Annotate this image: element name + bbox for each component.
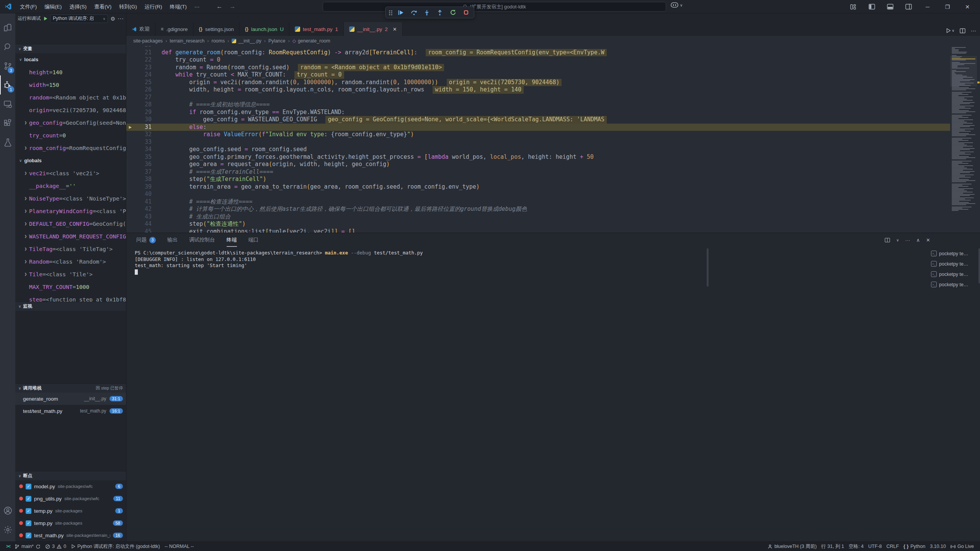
split-terminal-icon[interactable]	[885, 238, 890, 243]
line-number[interactable]: 35	[134, 153, 152, 161]
panel-tab-端口[interactable]: 端口	[248, 233, 259, 247]
activity-remote-explorer-icon[interactable]	[0, 95, 15, 114]
menu-item-查看V[interactable]: 查看(V)	[90, 0, 115, 13]
status-language-mode[interactable]: { }Python	[901, 542, 928, 551]
variable-row[interactable]: try_count = 0	[15, 129, 126, 142]
split-editor-icon[interactable]	[960, 28, 965, 34]
breadcrumb-item[interactable]: terrain_research	[170, 38, 204, 44]
line-number[interactable]: 29	[134, 109, 152, 116]
breadcrumb-item[interactable]: ◇generate_room	[292, 38, 330, 44]
run-python-file-button[interactable]: ∨	[946, 28, 954, 33]
code-line[interactable]: 42 # 计算每一个出口的中心，然后使用astar生成路径，确保每一个出口组合都…	[126, 205, 980, 213]
code-editor[interactable]: 2021def generate_room(room_config: RoomR…	[126, 46, 980, 233]
debug-configuration-select[interactable]: Python 调试程序: 启 ∨	[50, 15, 108, 23]
panel-tab-终端[interactable]: 终端	[227, 233, 237, 247]
tab-__init__.py[interactable]: __init__.py2✕	[344, 22, 403, 36]
line-number[interactable]: 27	[134, 94, 152, 101]
line-number[interactable]: 24	[134, 71, 152, 79]
breakpoint-row[interactable]: ✓temp.pysite-packages1	[15, 505, 126, 517]
variable-row[interactable]: step = <function step at 0x1bf8d716d…	[15, 293, 126, 302]
code-line[interactable]: 37 # ====生成TerrainCell====	[126, 168, 980, 176]
more-actions-icon[interactable]: ···	[905, 237, 910, 243]
minimap[interactable]	[950, 46, 977, 233]
code-line[interactable]: 44 step("检查连通性")	[126, 220, 980, 228]
menu-item-文件F[interactable]: 文件(F)	[16, 0, 41, 13]
menu-item-运行R[interactable]: 运行(R)	[141, 0, 166, 13]
tab-launch.json[interactable]: {}launch.jsonU	[240, 22, 289, 36]
status-go-live[interactable]: Go Live	[948, 542, 976, 551]
variable-row[interactable]: random = <Random object at 0x1bf9d01e…	[15, 91, 126, 104]
window-restore-button[interactable]: ❐	[939, 0, 956, 13]
status-problems[interactable]: 30	[43, 542, 69, 551]
variable-row[interactable]: ❯PlanetaryWindConfig = <class 'Planeta…	[15, 205, 126, 217]
code-line[interactable]: 28 # ====生成初始地理信息====	[126, 101, 980, 109]
menu-item-编辑E[interactable]: 编辑(E)	[41, 0, 65, 13]
variable-row[interactable]: origin = vec2i(7205730, 9024468)	[15, 104, 126, 116]
breadcrumb-item[interactable]: __init__.py	[232, 38, 261, 44]
code-line[interactable]: 34 geo_config.seed = room_config.seed	[126, 146, 980, 153]
status-git-branch[interactable]: main*	[12, 542, 43, 551]
toggle-sidebar-icon[interactable]	[864, 2, 879, 12]
activity-testing-icon[interactable]	[0, 133, 15, 152]
line-number[interactable]: 28	[134, 101, 152, 109]
window-close-button[interactable]: ✕	[959, 0, 975, 13]
variable-row[interactable]: ❯geo_config = GeoConfig(seed=None, wor…	[15, 116, 126, 129]
call-stack-section-header[interactable]: ∨调用堆栈 因 step 已暂停	[15, 383, 126, 393]
copilot-button[interactable]: ∨	[671, 2, 683, 8]
activity-run-and-debug-icon[interactable]: 1	[0, 75, 15, 95]
terminal[interactable]: PS C:\computer_science\godot-ldtk\site-p…	[135, 250, 423, 275]
code-line[interactable]: 27	[126, 94, 980, 101]
line-number[interactable]: 26	[134, 86, 152, 94]
terminal-tab-item[interactable]: >_pocketpy te…	[931, 248, 978, 259]
panel-tab-输出[interactable]: 输出	[167, 233, 178, 247]
code-line[interactable]: 21def generate_room(room_config: RoomReq…	[126, 49, 980, 57]
step-out-button[interactable]	[434, 8, 446, 18]
close-panel-icon[interactable]: ✕	[926, 237, 930, 243]
tab-close-icon[interactable]: ✕	[393, 26, 397, 32]
gear-icon[interactable]: ⚙	[110, 16, 115, 22]
toggle-secondary-sidebar-icon[interactable]	[901, 2, 916, 12]
breadcrumb-item[interactable]: Pylance	[268, 38, 285, 44]
variable-row[interactable]: ❯TileTag = <class 'TileTag'>	[15, 243, 126, 255]
continue-button[interactable]	[395, 8, 407, 18]
code-line[interactable]: ▶31 else:	[126, 124, 980, 131]
status-eol[interactable]: CRLF	[884, 542, 901, 551]
breadcrumb-item[interactable]: site-packages	[133, 38, 163, 44]
variable-row[interactable]: ❯Random = <class 'Random'>	[15, 255, 126, 268]
variable-row[interactable]: ❯room_config = RoomRequestConfig(env_t…	[15, 142, 126, 154]
tab-test_math.py[interactable]: test_math.py1	[289, 22, 344, 36]
status-cursor-position[interactable]: 行 31, 列 1	[819, 542, 846, 551]
code-line[interactable]: 25 origin = vec2i(random.randint(0, 1000…	[126, 79, 980, 86]
drag-handle-icon[interactable]	[389, 10, 393, 15]
start-debugging-button[interactable]	[43, 16, 48, 21]
step-over-button[interactable]	[408, 8, 420, 18]
code-line[interactable]: 22 try_count = 0	[126, 56, 980, 64]
status-python-version[interactable]: 3.10.10	[928, 542, 948, 551]
line-number[interactable]: 40	[134, 191, 152, 198]
call-stack-frame[interactable]: generate_room__init__.py31:1	[15, 393, 126, 405]
more-actions-icon[interactable]: ···	[118, 15, 124, 22]
variables-scope-locals[interactable]: ∨locals	[15, 53, 126, 66]
line-number[interactable]: 38	[134, 176, 152, 183]
line-number[interactable]: 31	[134, 124, 152, 131]
code-line[interactable]: 39 terrain_area = geo_area_to_terrain(ge…	[126, 183, 980, 191]
code-line[interactable]: 29 if room_config.env_type == EnvType.WA…	[126, 109, 980, 116]
menu-item-转到G[interactable]: 转到(G)	[115, 0, 141, 13]
line-number[interactable]: 41	[134, 198, 152, 206]
step-into-button[interactable]	[421, 8, 433, 18]
terminal-tab-item[interactable]: >_pocketpy te…	[931, 259, 978, 269]
terminal-tab-item[interactable]: >_pocketpy te…	[931, 269, 978, 279]
status-encoding[interactable]: UTF-8	[866, 542, 884, 551]
watch-section-header[interactable]: ∨监视	[15, 302, 126, 311]
line-number[interactable]: 37	[134, 168, 152, 176]
customize-layout-icon[interactable]	[846, 2, 861, 12]
activity-source-control-icon[interactable]: 3	[0, 56, 15, 75]
breakpoint-checkbox[interactable]: ✓	[26, 496, 31, 502]
line-number[interactable]: 45	[134, 228, 152, 233]
code-line[interactable]: 24 while try_count < MAX_TRY_COUNT:try_c…	[126, 71, 980, 79]
status-vim-mode[interactable]: -- NORMAL --	[162, 542, 196, 551]
command-center-search[interactable]: [扩展开发宿主] godot-ldtk	[323, 2, 666, 11]
line-number[interactable]: 23	[134, 64, 152, 72]
line-number[interactable]: 36	[134, 161, 152, 168]
breakpoint-checkbox[interactable]: ✓	[26, 533, 31, 538]
